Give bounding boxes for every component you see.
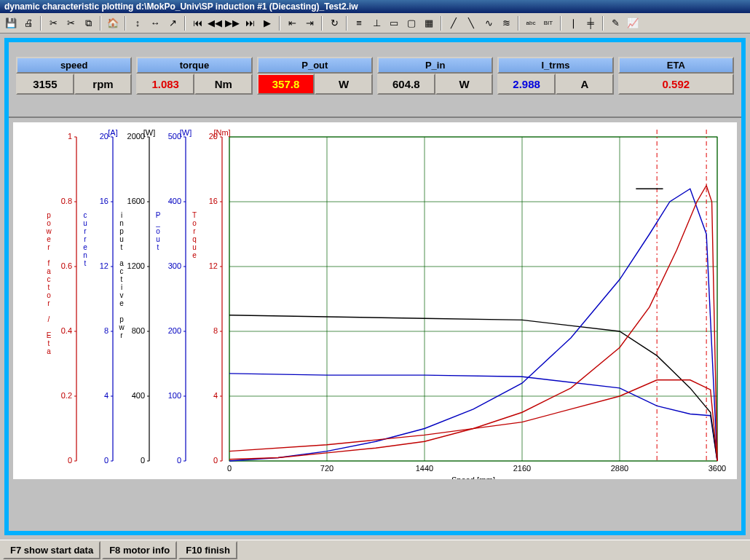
flag2-icon[interactable]: ╪ [583,15,599,31]
metric-header: ETA [618,57,734,74]
svg-text:n: n [83,251,87,259]
bitmap-icon[interactable]: BIT [540,15,556,31]
f7-show-start-data[interactable]: F7 show start data [3,541,100,559]
f10-finish[interactable]: F10 finish [178,541,237,559]
grid-icon[interactable]: ▦ [421,15,437,31]
bars-icon[interactable]: ≡ [351,15,367,31]
metric-value: 1.083 [136,74,194,95]
line2-icon[interactable]: ╲ [463,15,479,31]
statusbar: F7 show start dataF8 motor infoF10 finis… [0,540,750,560]
svg-text:u: u [156,235,160,243]
svg-text:100: 100 [168,391,181,400]
svg-text:e: e [119,299,124,307]
window-title: dynamic characteristic plotting d:\MokPo… [4,1,358,12]
metric-eta: ETA0.592 [618,57,734,95]
abc-icon[interactable]: abc [523,15,539,31]
prev-icon[interactable]: ◀◀ [207,15,223,31]
tool-c-icon[interactable]: 📈 [625,15,641,31]
svg-text:2000: 2000 [127,132,145,141]
save-icon[interactable]: 💾 [3,15,19,31]
svg-text:8: 8 [104,326,108,335]
svg-text:o: o [47,291,51,299]
svg-text:u: u [83,219,87,227]
svg-text:r: r [84,227,87,235]
svg-text:e: e [47,235,51,243]
svg-text:P: P [156,211,161,219]
svg-text:e: e [192,251,197,259]
metric-p-in: P_in604.8W [377,57,493,95]
metrics-panel: speed3155rpmtorque1.083NmP_out357.8WP_in… [9,42,741,118]
svg-text:12: 12 [100,261,108,270]
svg-text:12: 12 [209,261,218,270]
svg-text:0.2: 0.2 [61,391,72,400]
svg-text:o: o [156,227,160,235]
next-icon[interactable]: ▶▶ [224,15,240,31]
svg-text:0: 0 [227,464,232,473]
metric-value: 2.988 [497,74,556,95]
metric-header: P_in [377,57,493,74]
line3-icon[interactable]: ∿ [481,15,497,31]
chart-area: 07201440216028803600Speed [rpm]00.20.40.… [13,122,737,479]
window-titlebar: dynamic characteristic plotting d:\MokPo… [0,0,750,13]
svg-text:0.6: 0.6 [61,261,72,270]
svg-text:a: a [47,267,51,275]
metric-torque: torque1.083Nm [136,57,252,95]
play-icon[interactable]: ▶ [259,15,275,31]
zoom-reset-icon[interactable]: ↔ [147,15,163,31]
svg-text:v: v [120,291,124,299]
svg-text:r: r [193,227,196,235]
step-back-icon[interactable]: ⇤ [284,15,300,31]
svg-text:4: 4 [104,391,108,400]
svg-text:w: w [118,323,125,331]
svg-text:a: a [47,347,51,355]
last-icon[interactable]: ⏭ [242,15,258,31]
svg-text:p: p [119,227,124,235]
svg-text:p: p [47,211,51,219]
svg-text:16: 16 [100,197,108,205]
axis-icon[interactable]: ⊥ [368,15,384,31]
f8-motor-info[interactable]: F8 motor info [102,541,177,559]
svg-text:q: q [192,235,197,243]
svg-text:/: / [48,315,50,323]
svg-text:800: 800 [132,326,145,335]
home-icon[interactable]: 🏠 [105,15,121,31]
metric-header: I_trms [497,57,613,74]
frame-icon[interactable]: ▢ [403,15,419,31]
svg-text:0: 0 [68,456,72,465]
svg-text:_: _ [155,219,160,227]
refresh-icon[interactable]: ↻ [326,15,342,31]
chart-panel: 07201440216028803600Speed [rpm]00.20.40.… [9,118,741,484]
svg-rect-0 [229,137,717,461]
metric-p-out: P_out357.8W [257,57,373,95]
svg-text:f: f [48,259,50,267]
tool-b-icon[interactable]: ✎ [607,15,623,31]
scissors-icon[interactable]: ✂ [63,15,79,31]
svg-text:t: t [48,339,50,347]
svg-text:8: 8 [213,326,218,335]
zoom-y-icon[interactable]: ↕ [130,15,146,31]
copy-icon[interactable]: ⧉ [80,15,96,31]
svg-text:500: 500 [168,132,181,141]
cut-icon[interactable]: ✂ [45,15,61,31]
step-fwd-icon[interactable]: ⇥ [301,15,317,31]
border-icon[interactable]: ▭ [386,15,402,31]
svg-text:r: r [120,331,123,339]
svg-text:0: 0 [141,456,145,465]
svg-text:i: i [121,283,122,291]
metric-header: P_out [257,57,373,74]
flag-icon[interactable]: ❘ [565,15,581,31]
metric-header: speed [16,57,132,74]
metric-unit: rpm [74,74,133,95]
line1-icon[interactable]: ╱ [446,15,462,31]
tool-a-icon[interactable]: ↗ [165,15,181,31]
print-icon[interactable]: 🖨 [20,15,36,31]
svg-text:a: a [119,259,124,267]
line4-icon[interactable]: ≋ [498,15,514,31]
svg-text:2880: 2880 [611,464,628,473]
svg-text:t: t [48,283,50,291]
svg-text:2160: 2160 [513,464,531,473]
first-icon[interactable]: ⏮ [189,15,205,31]
svg-text:20: 20 [100,132,108,141]
metric-i-trms: I_trms2.988A [497,57,613,95]
main-frame: speed3155rpmtorque1.083NmP_out357.8WP_in… [4,38,746,535]
